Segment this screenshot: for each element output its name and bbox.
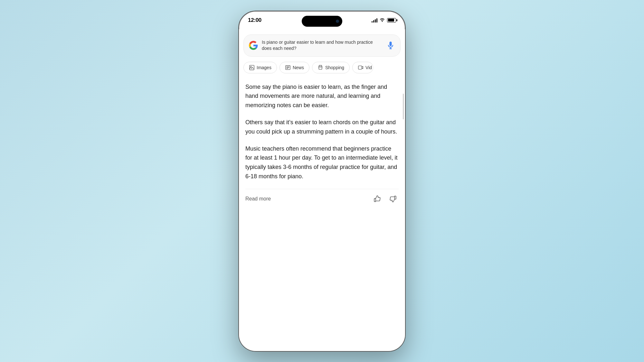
- power-button: [405, 76, 406, 97]
- battery-icon: [387, 18, 396, 23]
- read-more-link[interactable]: Read more: [245, 196, 271, 202]
- wifi-icon: [379, 17, 385, 23]
- main-content: Some say the piano is easier to learn, a…: [239, 77, 405, 210]
- tab-images-label: Images: [257, 65, 271, 70]
- thumbs-down-button[interactable]: [387, 193, 399, 205]
- svg-point-9: [321, 66, 321, 66]
- signal-icon: [372, 18, 377, 23]
- search-query-text: Is piano or guitar easier to learn and h…: [262, 39, 382, 52]
- screen-content: Is piano or guitar easier to learn and h…: [239, 29, 405, 351]
- paragraph-2: Others say that it’s easier to learn cho…: [245, 118, 399, 136]
- paragraph-3: Music teachers often recommend that begi…: [245, 144, 399, 181]
- scrollbar[interactable]: [403, 94, 404, 119]
- shopping-icon: [317, 65, 323, 70]
- images-icon: [249, 65, 255, 70]
- svg-rect-10: [358, 66, 362, 69]
- filter-tabs: Images News Shopping: [239, 60, 405, 77]
- tab-videos[interactable]: Vid: [352, 62, 373, 73]
- paragraph-1: Some say the piano is easier to learn, a…: [245, 82, 399, 110]
- tab-news-label: News: [293, 65, 304, 70]
- tab-shopping-label: Shopping: [325, 65, 344, 70]
- tab-shopping[interactable]: Shopping: [312, 62, 350, 73]
- google-logo: [249, 41, 258, 50]
- feedback-buttons: [372, 193, 399, 205]
- thumbs-up-button[interactable]: [372, 193, 383, 205]
- front-camera: [336, 20, 339, 23]
- dynamic-island: [302, 16, 342, 27]
- tab-videos-label: Vid: [365, 65, 372, 70]
- status-time: 12:00: [248, 17, 261, 23]
- svg-rect-2: [250, 65, 254, 70]
- phone-device: 12:00: [238, 11, 406, 352]
- video-icon: [358, 65, 364, 70]
- status-icons: [372, 17, 396, 23]
- microphone-icon[interactable]: [386, 41, 395, 50]
- search-bar[interactable]: Is piano or guitar easier to learn and h…: [243, 34, 401, 57]
- news-icon: [285, 65, 291, 70]
- read-more-section: Read more: [245, 189, 399, 205]
- tab-news[interactable]: News: [279, 62, 309, 73]
- tab-images[interactable]: Images: [243, 62, 277, 73]
- svg-point-3: [251, 66, 252, 67]
- svg-point-8: [319, 66, 320, 66]
